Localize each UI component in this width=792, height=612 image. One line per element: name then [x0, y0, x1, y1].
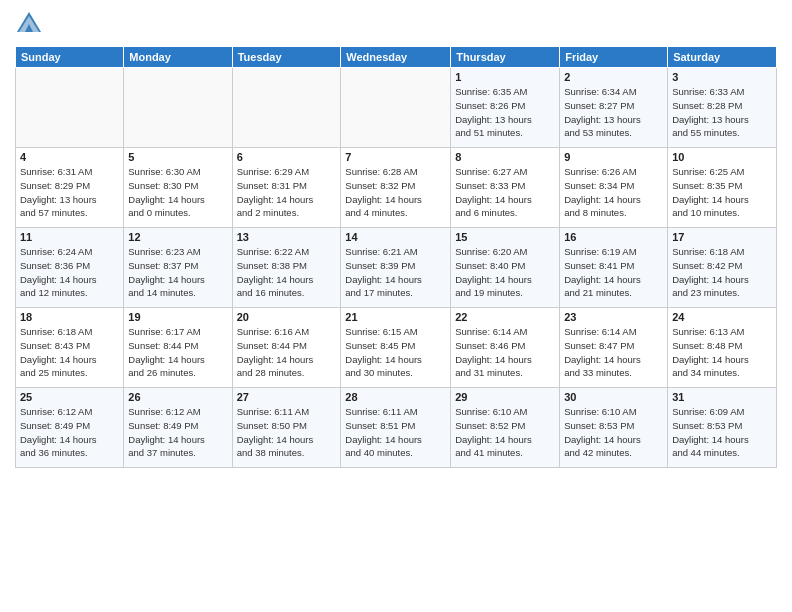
day-info: Sunrise: 6:24 AM Sunset: 8:36 PM Dayligh…	[20, 245, 119, 300]
table-row: 23Sunrise: 6:14 AM Sunset: 8:47 PM Dayli…	[560, 308, 668, 388]
day-number: 29	[455, 391, 555, 403]
table-row: 30Sunrise: 6:10 AM Sunset: 8:53 PM Dayli…	[560, 388, 668, 468]
table-row: 18Sunrise: 6:18 AM Sunset: 8:43 PM Dayli…	[16, 308, 124, 388]
generalblue-logo-icon	[15, 10, 43, 38]
day-info: Sunrise: 6:33 AM Sunset: 8:28 PM Dayligh…	[672, 85, 772, 140]
table-row: 11Sunrise: 6:24 AM Sunset: 8:36 PM Dayli…	[16, 228, 124, 308]
col-header-saturday: Saturday	[668, 47, 777, 68]
table-row: 31Sunrise: 6:09 AM Sunset: 8:53 PM Dayli…	[668, 388, 777, 468]
day-number: 1	[455, 71, 555, 83]
calendar-header-row: SundayMondayTuesdayWednesdayThursdayFrid…	[16, 47, 777, 68]
day-number: 2	[564, 71, 663, 83]
table-row	[232, 68, 341, 148]
table-row	[16, 68, 124, 148]
col-header-tuesday: Tuesday	[232, 47, 341, 68]
col-header-friday: Friday	[560, 47, 668, 68]
page: SundayMondayTuesdayWednesdayThursdayFrid…	[0, 0, 792, 612]
day-number: 25	[20, 391, 119, 403]
day-number: 4	[20, 151, 119, 163]
logo	[15, 10, 47, 38]
day-info: Sunrise: 6:11 AM Sunset: 8:51 PM Dayligh…	[345, 405, 446, 460]
day-number: 10	[672, 151, 772, 163]
day-info: Sunrise: 6:30 AM Sunset: 8:30 PM Dayligh…	[128, 165, 227, 220]
day-info: Sunrise: 6:17 AM Sunset: 8:44 PM Dayligh…	[128, 325, 227, 380]
day-number: 14	[345, 231, 446, 243]
day-info: Sunrise: 6:16 AM Sunset: 8:44 PM Dayligh…	[237, 325, 337, 380]
day-info: Sunrise: 6:23 AM Sunset: 8:37 PM Dayligh…	[128, 245, 227, 300]
table-row: 29Sunrise: 6:10 AM Sunset: 8:52 PM Dayli…	[451, 388, 560, 468]
day-number: 31	[672, 391, 772, 403]
day-info: Sunrise: 6:20 AM Sunset: 8:40 PM Dayligh…	[455, 245, 555, 300]
calendar-row-3: 11Sunrise: 6:24 AM Sunset: 8:36 PM Dayli…	[16, 228, 777, 308]
day-info: Sunrise: 6:14 AM Sunset: 8:47 PM Dayligh…	[564, 325, 663, 380]
table-row: 10Sunrise: 6:25 AM Sunset: 8:35 PM Dayli…	[668, 148, 777, 228]
day-number: 19	[128, 311, 227, 323]
day-number: 26	[128, 391, 227, 403]
table-row: 25Sunrise: 6:12 AM Sunset: 8:49 PM Dayli…	[16, 388, 124, 468]
calendar-row-4: 18Sunrise: 6:18 AM Sunset: 8:43 PM Dayli…	[16, 308, 777, 388]
table-row: 8Sunrise: 6:27 AM Sunset: 8:33 PM Daylig…	[451, 148, 560, 228]
table-row: 16Sunrise: 6:19 AM Sunset: 8:41 PM Dayli…	[560, 228, 668, 308]
day-number: 30	[564, 391, 663, 403]
day-info: Sunrise: 6:22 AM Sunset: 8:38 PM Dayligh…	[237, 245, 337, 300]
day-number: 11	[20, 231, 119, 243]
table-row: 21Sunrise: 6:15 AM Sunset: 8:45 PM Dayli…	[341, 308, 451, 388]
day-number: 23	[564, 311, 663, 323]
day-info: Sunrise: 6:27 AM Sunset: 8:33 PM Dayligh…	[455, 165, 555, 220]
table-row: 14Sunrise: 6:21 AM Sunset: 8:39 PM Dayli…	[341, 228, 451, 308]
table-row: 13Sunrise: 6:22 AM Sunset: 8:38 PM Dayli…	[232, 228, 341, 308]
day-number: 5	[128, 151, 227, 163]
day-info: Sunrise: 6:12 AM Sunset: 8:49 PM Dayligh…	[20, 405, 119, 460]
day-info: Sunrise: 6:18 AM Sunset: 8:42 PM Dayligh…	[672, 245, 772, 300]
day-number: 16	[564, 231, 663, 243]
table-row: 9Sunrise: 6:26 AM Sunset: 8:34 PM Daylig…	[560, 148, 668, 228]
table-row: 22Sunrise: 6:14 AM Sunset: 8:46 PM Dayli…	[451, 308, 560, 388]
day-number: 3	[672, 71, 772, 83]
day-number: 7	[345, 151, 446, 163]
day-info: Sunrise: 6:34 AM Sunset: 8:27 PM Dayligh…	[564, 85, 663, 140]
day-info: Sunrise: 6:26 AM Sunset: 8:34 PM Dayligh…	[564, 165, 663, 220]
day-number: 22	[455, 311, 555, 323]
day-number: 12	[128, 231, 227, 243]
day-info: Sunrise: 6:29 AM Sunset: 8:31 PM Dayligh…	[237, 165, 337, 220]
table-row: 5Sunrise: 6:30 AM Sunset: 8:30 PM Daylig…	[124, 148, 232, 228]
day-number: 17	[672, 231, 772, 243]
table-row: 7Sunrise: 6:28 AM Sunset: 8:32 PM Daylig…	[341, 148, 451, 228]
day-info: Sunrise: 6:21 AM Sunset: 8:39 PM Dayligh…	[345, 245, 446, 300]
table-row: 2Sunrise: 6:34 AM Sunset: 8:27 PM Daylig…	[560, 68, 668, 148]
day-info: Sunrise: 6:18 AM Sunset: 8:43 PM Dayligh…	[20, 325, 119, 380]
day-info: Sunrise: 6:12 AM Sunset: 8:49 PM Dayligh…	[128, 405, 227, 460]
day-info: Sunrise: 6:19 AM Sunset: 8:41 PM Dayligh…	[564, 245, 663, 300]
day-info: Sunrise: 6:11 AM Sunset: 8:50 PM Dayligh…	[237, 405, 337, 460]
day-info: Sunrise: 6:10 AM Sunset: 8:52 PM Dayligh…	[455, 405, 555, 460]
day-number: 15	[455, 231, 555, 243]
header	[15, 10, 777, 38]
day-info: Sunrise: 6:14 AM Sunset: 8:46 PM Dayligh…	[455, 325, 555, 380]
table-row: 24Sunrise: 6:13 AM Sunset: 8:48 PM Dayli…	[668, 308, 777, 388]
table-row: 1Sunrise: 6:35 AM Sunset: 8:26 PM Daylig…	[451, 68, 560, 148]
day-info: Sunrise: 6:13 AM Sunset: 8:48 PM Dayligh…	[672, 325, 772, 380]
table-row: 6Sunrise: 6:29 AM Sunset: 8:31 PM Daylig…	[232, 148, 341, 228]
table-row: 3Sunrise: 6:33 AM Sunset: 8:28 PM Daylig…	[668, 68, 777, 148]
table-row: 15Sunrise: 6:20 AM Sunset: 8:40 PM Dayli…	[451, 228, 560, 308]
table-row: 20Sunrise: 6:16 AM Sunset: 8:44 PM Dayli…	[232, 308, 341, 388]
day-info: Sunrise: 6:15 AM Sunset: 8:45 PM Dayligh…	[345, 325, 446, 380]
col-header-monday: Monday	[124, 47, 232, 68]
day-info: Sunrise: 6:35 AM Sunset: 8:26 PM Dayligh…	[455, 85, 555, 140]
day-number: 28	[345, 391, 446, 403]
calendar-row-5: 25Sunrise: 6:12 AM Sunset: 8:49 PM Dayli…	[16, 388, 777, 468]
table-row: 12Sunrise: 6:23 AM Sunset: 8:37 PM Dayli…	[124, 228, 232, 308]
table-row: 17Sunrise: 6:18 AM Sunset: 8:42 PM Dayli…	[668, 228, 777, 308]
day-number: 13	[237, 231, 337, 243]
table-row	[124, 68, 232, 148]
col-header-wednesday: Wednesday	[341, 47, 451, 68]
day-number: 27	[237, 391, 337, 403]
day-number: 24	[672, 311, 772, 323]
table-row	[341, 68, 451, 148]
day-number: 6	[237, 151, 337, 163]
day-info: Sunrise: 6:25 AM Sunset: 8:35 PM Dayligh…	[672, 165, 772, 220]
day-number: 20	[237, 311, 337, 323]
day-info: Sunrise: 6:09 AM Sunset: 8:53 PM Dayligh…	[672, 405, 772, 460]
calendar-table: SundayMondayTuesdayWednesdayThursdayFrid…	[15, 46, 777, 468]
table-row: 28Sunrise: 6:11 AM Sunset: 8:51 PM Dayli…	[341, 388, 451, 468]
